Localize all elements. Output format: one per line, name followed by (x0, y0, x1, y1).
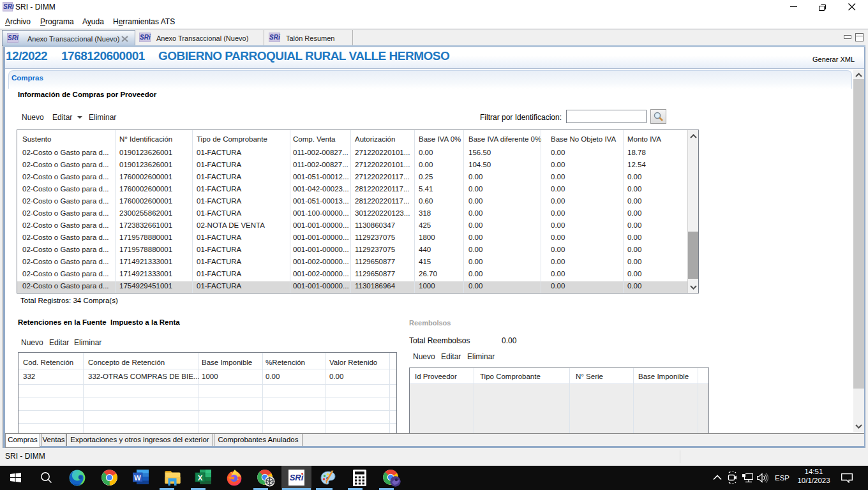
svg-text:X: X (198, 474, 203, 482)
svg-text:W: W (134, 474, 141, 482)
